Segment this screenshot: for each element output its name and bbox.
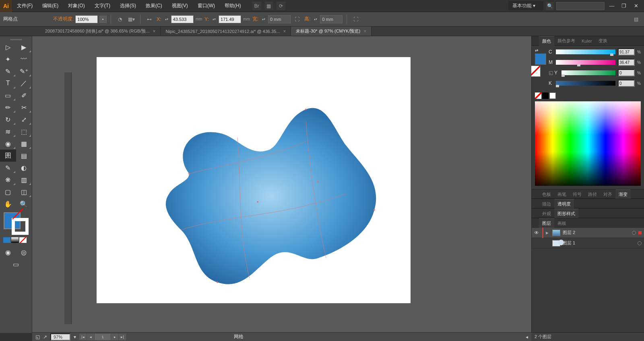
h-stepper[interactable]: ▴▾: [313, 14, 318, 24]
line-tool[interactable]: ／: [16, 77, 32, 89]
direct-selection-tool[interactable]: ▶: [16, 41, 32, 53]
panel-grip[interactable]: [0, 38, 32, 41]
zoom-dropdown[interactable]: ▾: [74, 334, 76, 340]
k-input[interactable]: [618, 80, 635, 87]
screen-mode-normal[interactable]: ◉: [0, 246, 16, 258]
opacity-dropdown[interactable]: ▸: [99, 16, 107, 23]
document-tab-3[interactable]: 未标题-30* @ 97% (CMYK/预览) ×: [291, 27, 372, 36]
rectangle-tool[interactable]: ▭: [0, 89, 16, 101]
white-swatch-icon[interactable]: [549, 92, 556, 99]
draw-mode-icon[interactable]: ▭: [0, 258, 32, 270]
minimize-button[interactable]: —: [607, 2, 617, 10]
tab-swatches[interactable]: 色板: [539, 189, 554, 199]
rotate-tool[interactable]: ↻: [0, 113, 16, 125]
selected-art-icon[interactable]: [638, 231, 642, 234]
close-icon[interactable]: ×: [283, 29, 286, 34]
tab-gradient[interactable]: 渐变: [615, 189, 631, 199]
last-artboard-button[interactable]: ▸|: [119, 334, 126, 340]
search-input[interactable]: [556, 2, 605, 10]
tab-pathfinder[interactable]: 路径: [585, 189, 600, 199]
controlbar-menu-icon[interactable]: ▤: [631, 14, 641, 24]
prev-artboard-button[interactable]: ◂: [87, 334, 94, 340]
color-mode-icon[interactable]: [3, 237, 10, 243]
visibility-icon[interactable]: 👁: [534, 230, 540, 236]
y-input[interactable]: [219, 15, 241, 23]
hand-tool[interactable]: ✋: [0, 198, 16, 210]
m-slider[interactable]: [556, 60, 615, 65]
eyedropper-tool[interactable]: ✎: [0, 162, 16, 174]
opacity-input[interactable]: [75, 15, 98, 23]
k-slider[interactable]: [556, 81, 615, 86]
none-mode-icon[interactable]: [19, 237, 27, 243]
tab-color-guide[interactable]: 颜色参考: [554, 36, 578, 46]
status-icon[interactable]: ◱: [35, 334, 40, 340]
workspace-selector[interactable]: 基本功能 ▾: [508, 1, 543, 10]
menu-edit[interactable]: 编辑(E): [37, 0, 63, 12]
selection-tool[interactable]: ▷: [0, 41, 16, 53]
stroke-swatch[interactable]: [12, 218, 29, 235]
paintbrush-tool[interactable]: ✐: [16, 89, 32, 101]
color-spectrum[interactable]: [535, 101, 641, 186]
tab-color[interactable]: 颜色: [539, 36, 554, 46]
tab-symbols[interactable]: 符号: [570, 189, 585, 199]
c-input[interactable]: [618, 48, 635, 55]
blend-tool[interactable]: ◐: [16, 162, 32, 174]
maximize-button[interactable]: ❐: [619, 2, 629, 10]
y-input[interactable]: [618, 69, 635, 76]
zoom-tool[interactable]: 🔍: [16, 198, 32, 210]
tab-graphic-styles[interactable]: 图形样式: [554, 209, 578, 218]
zoom-input[interactable]: [50, 333, 70, 341]
menu-window[interactable]: 窗口(W): [193, 0, 220, 12]
fill-stroke-swatch[interactable]: [4, 212, 29, 235]
tab-appearance[interactable]: 外观: [539, 209, 554, 218]
symbol-sprayer-tool[interactable]: ❋: [0, 174, 16, 186]
tab-transform[interactable]: 变换: [595, 36, 611, 46]
document-tab-2[interactable]: Nipic_24385267_20180507141320274912.ai* …: [161, 27, 291, 36]
close-icon[interactable]: ×: [153, 29, 155, 34]
menu-object[interactable]: 对象(O): [63, 0, 89, 12]
document-tab-1[interactable]: 2008730172458860 [转换].ai* @ 386.65% (RGB…: [40, 27, 161, 36]
target-icon[interactable]: [638, 241, 642, 245]
layer-name[interactable]: 图层 1: [563, 240, 635, 246]
close-icon[interactable]: ×: [363, 29, 366, 34]
free-transform-tool[interactable]: ⬚: [16, 125, 32, 138]
tab-transparency[interactable]: 透明度: [554, 199, 574, 209]
tab-brushes[interactable]: 画笔: [554, 189, 570, 199]
search-icon[interactable]: 🔍: [546, 2, 554, 10]
pen-tool[interactable]: ✎: [0, 65, 16, 77]
tab-artboards[interactable]: 画板: [554, 218, 570, 228]
width-tool[interactable]: ≋: [0, 125, 16, 138]
anchor-icon[interactable]: ⊷: [144, 14, 154, 24]
link-wh-icon[interactable]: ⛶: [292, 14, 302, 24]
gpu-icon[interactable]: ⟳: [277, 2, 285, 10]
layer-name[interactable]: 图层 2: [563, 230, 630, 236]
gradient-mode-icon[interactable]: [11, 237, 19, 243]
toggle-fill-stroke-icon[interactable]: ⇄: [535, 48, 546, 53]
menu-select[interactable]: 选择(S): [115, 0, 141, 12]
lasso-tool[interactable]: 〰: [16, 53, 32, 65]
menu-help[interactable]: 帮助(H): [220, 0, 246, 12]
layer-row[interactable]: 👁 ▶ 图层 2: [532, 228, 644, 238]
target-icon[interactable]: [632, 231, 636, 235]
panel-fill-swatch[interactable]: [535, 53, 546, 65]
h-input[interactable]: [320, 15, 343, 23]
first-artboard-button[interactable]: |◂: [79, 334, 87, 340]
next-artboard-button[interactable]: ▸: [111, 334, 118, 340]
tab-kuler[interactable]: Kuler: [578, 36, 595, 46]
shape-builder-tool[interactable]: ◉: [0, 138, 16, 150]
m-input[interactable]: [618, 59, 635, 66]
export-icon[interactable]: ↗: [43, 334, 47, 340]
menu-file[interactable]: 文件(F): [12, 0, 37, 12]
close-button[interactable]: ✕: [631, 2, 641, 10]
y-slider[interactable]: [561, 70, 615, 75]
mesh-object[interactable]: [157, 101, 382, 290]
x-stepper[interactable]: ▴▾: [164, 14, 169, 24]
isolate-icon[interactable]: ⛶: [351, 14, 361, 24]
expand-icon[interactable]: ▶: [546, 231, 550, 235]
artboard-number[interactable]: 1: [95, 334, 111, 340]
perspective-tool[interactable]: ▦: [16, 138, 32, 150]
cube-icon[interactable]: ◱: [549, 70, 553, 76]
canvas[interactable]: [32, 36, 531, 333]
x-input[interactable]: [171, 15, 194, 23]
layer-row[interactable]: 图层 1: [532, 238, 644, 249]
